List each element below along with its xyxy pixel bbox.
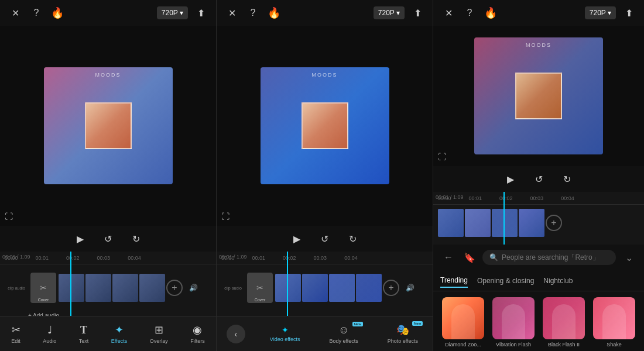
editor-panel-2: ✕ ? 🔥 720P ▾ ⬆ MOODS ⛶ ▶ ↺ ↻ <box>217 0 433 351</box>
tool-text-1[interactable]: T Text <box>74 322 94 346</box>
text-tool-icon: T <box>80 324 87 336</box>
new-badge-body: New <box>352 322 363 326</box>
right-thumb-3[interactable] <box>492 209 518 237</box>
tool-filters-1[interactable]: ◉ Filters <box>186 321 210 346</box>
tool-audio-1[interactable]: ♩ Audio <box>38 321 61 346</box>
right-preview-image: MOODS <box>474 37 603 154</box>
track-cover-1[interactable]: ✂ Cover <box>30 273 56 303</box>
right-top-bar: ✕ ? 🔥 720P ▾ ⬆ <box>433 0 644 26</box>
expand-search-icon[interactable]: ⌄ <box>621 249 637 266</box>
track-thumb-1-2[interactable] <box>85 274 111 302</box>
right-play-button[interactable]: ▶ <box>502 171 519 187</box>
effect-black-flash[interactable]: Black Flash II <box>541 297 587 347</box>
bookmark-icon[interactable]: 🔖 <box>461 249 478 266</box>
help-button-right[interactable]: ? <box>461 5 478 21</box>
edit-label: Edit <box>11 338 20 344</box>
transport-1: ▶ ↺ ↻ <box>0 226 216 252</box>
tab-opening-closing[interactable]: Opening & closing <box>477 274 534 287</box>
right-track-strip: + <box>438 208 562 238</box>
bottom-toolbar-1: ✂ Edit ♩ Audio T Text ✦ Effects ⊞ Overla… <box>0 316 216 351</box>
video-effects-icon: ✦ <box>282 325 289 335</box>
right-timeline-tracks: + <box>433 205 644 241</box>
effect-shake[interactable]: Shake <box>591 297 637 347</box>
right-track-add-button[interactable]: + <box>546 215 562 231</box>
volume-icon-2: 🔊 <box>402 280 418 296</box>
redo-button-1[interactable]: ↻ <box>128 230 145 247</box>
tab-nightclub[interactable]: Nightclub <box>543 274 573 287</box>
upload-button-2[interactable]: ⬆ <box>409 5 426 21</box>
track-thumb-1-3[interactable] <box>112 274 138 302</box>
search-icon: 🔍 <box>489 253 498 261</box>
tool-photo-effects[interactable]: 🎭 Photo effects New <box>383 321 423 346</box>
ruler-mark-2-1: 00:01 <box>252 255 266 261</box>
track-cover-2[interactable]: ✂ Cover <box>247 273 273 303</box>
resolution-button-right[interactable]: 720P ▾ <box>585 6 616 19</box>
tool-overlay-1[interactable]: ⊞ Overlay <box>145 321 173 346</box>
track-thumb-2-1[interactable] <box>275 274 301 302</box>
track-thumb-1-1[interactable] <box>59 274 84 302</box>
tool-body-effects[interactable]: ☺ Body effects New <box>324 322 362 346</box>
overlay-tool-icon: ⊞ <box>155 324 163 336</box>
right-album-art <box>515 73 562 119</box>
close-button-2[interactable]: ✕ <box>224 5 240 21</box>
track-thumb-2-2[interactable] <box>302 274 328 302</box>
right-thumb-2[interactable] <box>465 209 491 237</box>
flame-icon-right: 🔥 <box>482 5 499 21</box>
close-button-right[interactable]: ✕ <box>440 5 457 21</box>
photo-effects-label: Photo effects <box>388 338 418 344</box>
tab-trending[interactable]: Trending <box>440 274 468 288</box>
undo-button-2[interactable]: ↺ <box>317 230 333 247</box>
track-thumb-2-4[interactable] <box>356 274 382 302</box>
right-undo-button[interactable]: ↺ <box>530 171 547 187</box>
tool-effects-1[interactable]: ✦ Effects <box>107 321 132 346</box>
black-flash-thumb <box>543 297 585 339</box>
tool-video-effects[interactable]: ✦ Video effects <box>265 323 305 345</box>
preview-image-1: MOODS <box>44 67 173 184</box>
track-add-button-1[interactable]: + <box>166 280 183 296</box>
play-button-2[interactable]: ▶ <box>289 230 305 247</box>
effects-grid: Diamond Zoo... Vibration Flash Black Fla… <box>433 291 644 351</box>
right-thumb-4[interactable] <box>519 209 544 237</box>
vibration-thumb <box>492 297 535 339</box>
editor-panel-1: ✕ ? 🔥 720P ▾ ⬆ MOODS ⛶ ▶ ↺ ↻ <box>0 0 217 351</box>
vibration-flash-label: Vibration Flash <box>496 342 531 347</box>
right-expand-button[interactable]: ⛶ <box>438 152 446 161</box>
tool-edit-1[interactable]: ✂ Edit <box>6 321 25 346</box>
clip-audio-label-2: clip audio <box>221 286 245 290</box>
redo-button-2[interactable]: ↻ <box>345 230 361 247</box>
track-thumb-2-3[interactable] <box>329 274 355 302</box>
effect-vibration-flash[interactable]: Vibration Flash <box>491 297 536 347</box>
top-bar-left-2: ✕ ? 🔥 <box>224 5 282 21</box>
bottom-toolbar-2: ‹ ✦ Video effects ☺ Body effects New 🎭 P… <box>217 316 433 351</box>
shake-thumb <box>593 297 635 339</box>
preview-area-1: MOODS ⛶ <box>0 26 216 226</box>
audio-label: Audio <box>43 338 56 344</box>
collapse-panel-button[interactable]: ‹ <box>227 325 245 343</box>
upload-button-right[interactable]: ⬆ <box>621 5 637 21</box>
add-audio-button-1[interactable]: + Add audio <box>0 311 216 316</box>
right-redo-button[interactable]: ↻ <box>559 171 575 187</box>
moods-label-2: MOODS <box>311 72 337 78</box>
search-back-icon[interactable]: ← <box>440 249 457 266</box>
text-label: Text <box>79 338 89 344</box>
filters-tool-icon: ◉ <box>193 324 202 336</box>
play-button-1[interactable]: ▶ <box>72 230 88 247</box>
search-input[interactable] <box>502 253 609 261</box>
resolution-button-2[interactable]: 720P ▾ <box>374 6 405 19</box>
timeline-tracks-2: clip audio ✂ Cover + 🔊 <box>217 264 433 311</box>
scissors-icon: ✂ <box>40 283 47 292</box>
expand-button-2[interactable]: ⛶ <box>221 212 229 221</box>
upload-button-1[interactable]: ⬆ <box>193 5 209 21</box>
timestamp-1: 00:01 / 1:09 <box>2 254 30 260</box>
resolution-button-1[interactable]: 720P ▾ <box>157 6 188 19</box>
track-strip-2: + <box>275 273 399 303</box>
right-thumb-1[interactable] <box>438 209 464 237</box>
undo-button-1[interactable]: ↺ <box>100 230 117 247</box>
track-add-button-2[interactable]: + <box>383 280 399 296</box>
effect-diamond-zoom[interactable]: Diamond Zoo... <box>440 297 486 347</box>
help-button-1[interactable]: ? <box>28 5 44 21</box>
track-thumb-1-4[interactable] <box>139 274 165 302</box>
expand-button-1[interactable]: ⛶ <box>5 212 13 221</box>
help-button-2[interactable]: ? <box>245 5 261 21</box>
close-button-1[interactable]: ✕ <box>7 5 23 21</box>
